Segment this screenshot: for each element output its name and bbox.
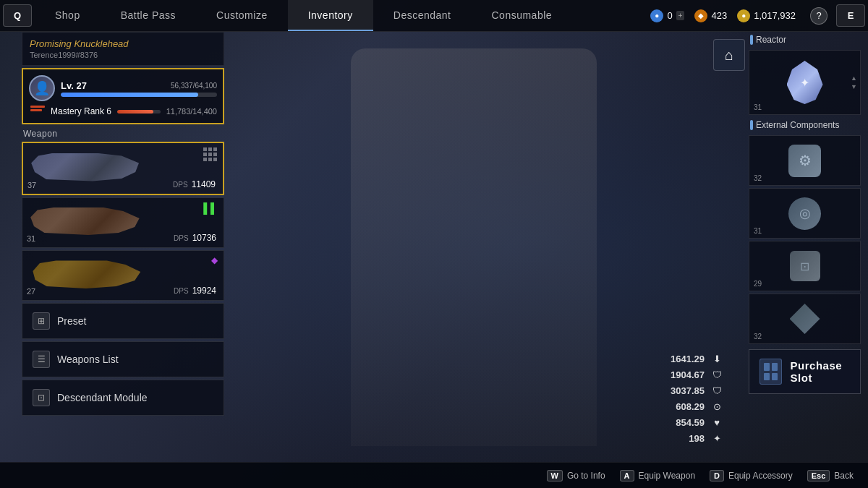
component-slot-2[interactable]: ◎ 31 bbox=[749, 188, 861, 239]
home-button[interactable]: ⌂ bbox=[713, 39, 745, 71]
reactor-section-label: Reactor bbox=[749, 32, 861, 48]
mastery-xp: 11,783/14,400 bbox=[166, 107, 217, 116]
player-tag: Terence1999#8376 bbox=[30, 51, 216, 59]
component-4-level: 32 bbox=[754, 333, 762, 341]
component-3-icon: ⊡ bbox=[790, 251, 820, 281]
player-name: Promising Knucklehead bbox=[30, 38, 216, 49]
mastery-fill bbox=[117, 110, 153, 114]
weapon-section-label: Weapon bbox=[22, 126, 224, 142]
weapon-1-grid-icon bbox=[203, 147, 217, 161]
add-blue-button[interactable]: + bbox=[676, 11, 685, 20]
weapon-2-dps: DPS 10736 bbox=[174, 233, 218, 243]
reactor-shape bbox=[787, 61, 823, 104]
component-3-level: 29 bbox=[754, 280, 762, 288]
keybind-goto-info-label: Go to Info bbox=[567, 471, 605, 481]
stat-icon-4: ⊙ bbox=[710, 400, 723, 413]
weapon-2-indicator: ▌▌ bbox=[203, 202, 218, 214]
weapons-list-menu-item[interactable]: ☰ Weapons List bbox=[22, 341, 224, 377]
nav-item-inventory[interactable]: Inventory bbox=[288, 0, 373, 31]
keybind-equip-weapon-label: Equip Weapon bbox=[639, 471, 696, 481]
mastery-icon bbox=[30, 106, 45, 117]
keybind-goto-info: W Go to Info bbox=[547, 470, 605, 481]
preset-menu-item[interactable]: ⊞ Preset bbox=[22, 303, 224, 339]
weapon-2-level: 31 bbox=[27, 234, 35, 243]
reactor-slot[interactable]: 31 ▲ ▼ bbox=[749, 50, 861, 115]
key-a: A bbox=[620, 470, 634, 481]
stat-value-5: 854.59 bbox=[658, 417, 705, 428]
player-info: Promising Knucklehead Terence1999#8376 bbox=[22, 32, 224, 66]
stat-line-1: 1641.29 ⬇ bbox=[658, 352, 723, 365]
stat-value-3: 3037.85 bbox=[658, 385, 705, 396]
weapon-slot-1[interactable]: 37 DPS 11409 bbox=[22, 142, 224, 195]
weapon-2-image bbox=[28, 205, 144, 241]
keybind-equip-weapon: A Equip Weapon bbox=[620, 470, 695, 481]
currency-gold: ● 1,017,932 bbox=[737, 9, 796, 22]
stat-value-2: 1904.67 bbox=[658, 369, 705, 380]
help-button[interactable]: ? bbox=[810, 7, 827, 25]
nav-item-descendant[interactable]: Descendant bbox=[373, 0, 472, 31]
weapon-3-indicator: ◆ bbox=[211, 255, 218, 265]
stat-icon-3: 🛡 bbox=[710, 384, 723, 397]
stat-line-3: 3037.85 🛡 bbox=[658, 384, 723, 397]
purchase-slot-label: Purchase Slot bbox=[791, 359, 850, 384]
weapon-3-level: 27 bbox=[27, 287, 35, 296]
nav-item-shop[interactable]: Shop bbox=[35, 0, 101, 31]
nav-key-e[interactable]: E bbox=[836, 4, 865, 27]
stats-box: 👤 Lv. 27 56,337/64,100 Mastery Rank 6 bbox=[22, 68, 224, 124]
level-row: 👤 Lv. 27 56,337/64,100 bbox=[29, 75, 217, 101]
currency-orange: ◆ 423 bbox=[694, 9, 727, 22]
keybind-bar: W Go to Info A Equip Weapon D Equip Acce… bbox=[0, 462, 868, 488]
purchase-slot-icon bbox=[760, 359, 782, 385]
descendant-module-label: Descendant Module bbox=[57, 392, 148, 403]
weapon-1-level: 37 bbox=[27, 181, 36, 189]
key-d: D bbox=[710, 470, 724, 481]
reactor-icon bbox=[787, 64, 823, 100]
weapons-list-icon: ☰ bbox=[33, 351, 50, 368]
stat-line-6: 198 ✦ bbox=[658, 432, 723, 445]
weapon-slot-3[interactable]: ◆ 27 DPS 19924 bbox=[22, 250, 224, 301]
xp-values: 56,337/64,100 bbox=[171, 82, 217, 90]
purchase-slot-button[interactable]: Purchase Slot bbox=[749, 349, 861, 394]
nav-bar: Q Shop Battle Pass Customize Inventory D… bbox=[0, 0, 868, 32]
key-esc: Esc bbox=[807, 470, 830, 481]
right-panel: Reactor 31 ▲ ▼ External Components ⚙ 32 … bbox=[749, 32, 861, 394]
left-panel: Promising Knucklehead Terence1999#8376 👤… bbox=[22, 32, 224, 418]
stat-value-1: 1641.29 bbox=[658, 354, 705, 364]
mastery-bar bbox=[117, 110, 161, 114]
reactor-level: 31 bbox=[754, 103, 762, 111]
external-section-label: External Components bbox=[749, 117, 861, 133]
stat-line-4: 608.29 ⊙ bbox=[658, 400, 723, 413]
mastery-row: Mastery Rank 6 11,783/14,400 bbox=[29, 106, 217, 117]
component-slot-4[interactable]: 32 bbox=[749, 294, 861, 344]
descendant-module-menu-item[interactable]: ⊡ Descendant Module bbox=[22, 380, 224, 416]
stat-line-5: 854.59 ♥ bbox=[658, 416, 723, 429]
descendant-module-icon: ⊡ bbox=[33, 389, 50, 406]
stat-icon-1: ⬇ bbox=[710, 352, 723, 365]
weapon-1-dps: DPS 11409 bbox=[173, 179, 217, 189]
currency-gold-icon: ● bbox=[737, 9, 750, 22]
weapon-3-image bbox=[28, 257, 144, 294]
preset-label: Preset bbox=[57, 315, 86, 327]
nav-key-q[interactable]: Q bbox=[3, 4, 32, 27]
component-2-level: 31 bbox=[754, 227, 762, 235]
weapon-3-dps: DPS 19924 bbox=[174, 286, 218, 296]
stat-icon-5: ♥ bbox=[710, 416, 723, 429]
stat-icon-6: ✦ bbox=[710, 432, 723, 445]
avatar: 👤 bbox=[29, 75, 55, 101]
component-slot-1[interactable]: ⚙ 32 bbox=[749, 135, 861, 186]
nav-item-consumable[interactable]: Consumable bbox=[471, 0, 572, 31]
nav-item-battlepass[interactable]: Battle Pass bbox=[101, 0, 196, 31]
stat-line-2: 1904.67 🛡 bbox=[658, 368, 723, 381]
component-2-icon: ◎ bbox=[788, 197, 821, 230]
keybind-back-label: Back bbox=[834, 471, 854, 481]
stat-icon-2: 🛡 bbox=[710, 368, 723, 381]
preset-icon: ⊞ bbox=[33, 312, 50, 330]
reactor-arrows: ▲ ▼ bbox=[851, 74, 857, 90]
component-1-level: 32 bbox=[754, 174, 762, 182]
nav-item-customize[interactable]: Customize bbox=[196, 0, 288, 31]
keybind-back: Esc Back bbox=[807, 470, 854, 481]
weapon-slot-2[interactable]: ▌▌ 31 DPS 10736 bbox=[22, 197, 224, 248]
component-4-icon bbox=[790, 304, 820, 334]
component-slot-3[interactable]: ⊡ 29 bbox=[749, 241, 861, 291]
level-text: Lv. 27 bbox=[61, 80, 87, 91]
